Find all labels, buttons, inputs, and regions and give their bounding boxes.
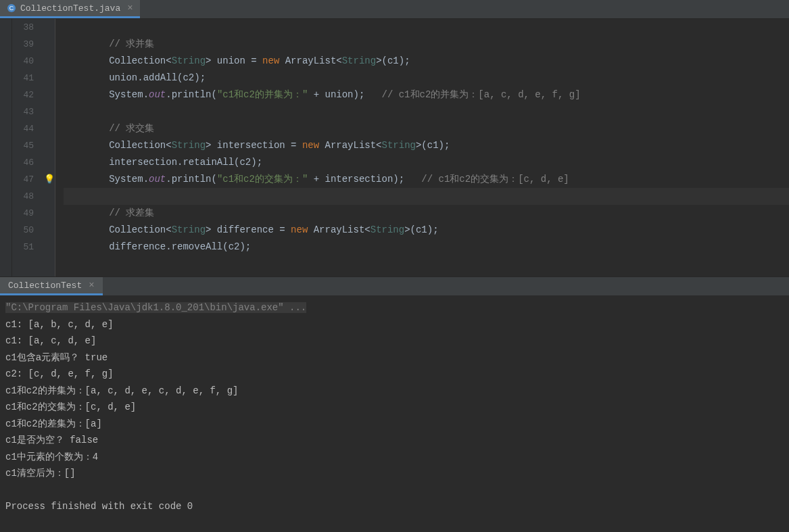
svg-text:C: C: [9, 5, 14, 11]
code-line[interactable]: [64, 103, 789, 120]
close-icon[interactable]: ×: [124, 3, 133, 14]
code-line[interactable]: intersection.retainAll(c2);: [64, 154, 789, 171]
code-line[interactable]: Collection<String> difference = new Arra…: [64, 222, 789, 239]
console-line: c1: [a, b, c, d, e]: [5, 316, 784, 333]
code-line[interactable]: [64, 188, 789, 205]
line-number: 46: [12, 154, 34, 171]
console-line: c1是否为空？ false: [5, 432, 784, 449]
line-number: 50: [12, 222, 34, 239]
lightbulb-icon[interactable]: 💡: [44, 174, 55, 185]
code-line[interactable]: // 求差集: [64, 205, 789, 222]
run-tab-label: CollectionTest: [8, 281, 82, 291]
editor-tab-collectiontest[interactable]: C CollectionTest.java ×: [0, 0, 140, 18]
line-number: 40: [12, 53, 34, 70]
code-line[interactable]: System.out.println("c1和c2的交集为：" + inters…: [64, 171, 789, 188]
code-line[interactable]: Collection<String> intersection = new Ar…: [64, 137, 789, 154]
editor-tab-label: CollectionTest.java: [20, 3, 120, 14]
code-line[interactable]: union.addAll(c2);: [64, 70, 789, 87]
line-number: 49: [12, 205, 34, 222]
console-command: "C:\Program Files\Java\jdk1.8.0_201\bin\…: [5, 302, 306, 313]
console-line: [5, 482, 784, 499]
line-number: 39: [12, 36, 34, 53]
line-number: 43: [12, 103, 34, 120]
code-line[interactable]: difference.removeAll(c2);: [64, 239, 789, 256]
line-number: 47: [12, 171, 34, 188]
code-line[interactable]: System.out.println("c1和c2的并集为：" + union)…: [64, 87, 789, 103]
code-content[interactable]: // 求并集 Collection<String> union = new Ar…: [55, 19, 789, 276]
run-tab-bar: CollectionTest ×: [0, 276, 789, 295]
console-line: c1清空后为：[]: [5, 465, 784, 482]
line-number: 48: [12, 188, 34, 205]
console-line: c1中元素的个数为：4: [5, 449, 784, 466]
close-icon[interactable]: ×: [86, 280, 94, 291]
console-line: c2: [c, d, e, f, g]: [5, 366, 784, 383]
line-number: 51: [12, 239, 34, 256]
console-line: c1和c2的并集为：[a, c, d, e, c, d, e, f, g]: [5, 383, 784, 400]
run-tab-collectiontest[interactable]: CollectionTest ×: [0, 277, 103, 295]
console-line: c1: [a, c, d, e]: [5, 333, 784, 349]
line-number: 42: [12, 87, 34, 103]
code-line[interactable]: [64, 19, 789, 36]
code-line[interactable]: // 求并集: [64, 36, 789, 53]
code-line[interactable]: Collection<String> union = new ArrayList…: [64, 53, 789, 70]
line-number: 44: [12, 120, 34, 137]
console-line: c1和c2的交集为：[c, d, e]: [5, 399, 784, 416]
line-number: 45: [12, 137, 34, 154]
console-line: c1和c2的差集为：[a]: [5, 416, 784, 433]
console-line: Process finished with exit code 0: [5, 498, 784, 515]
console-line: c1包含a元素吗？ true: [5, 349, 784, 366]
java-class-icon: C: [7, 3, 16, 13]
gutter-icons: 💡: [43, 19, 55, 276]
gutter-margin: [0, 19, 12, 276]
line-number: 38: [12, 19, 34, 36]
line-number: 41: [12, 70, 34, 87]
editor-tab-bar: C CollectionTest.java ×: [0, 0, 789, 19]
line-numbers-gutter: 3839404142434445464748495051: [12, 19, 43, 276]
code-line[interactable]: // 求交集: [64, 120, 789, 137]
editor-area[interactable]: 3839404142434445464748495051 💡 // 求并集 Co…: [0, 19, 789, 276]
console-output[interactable]: "C:\Program Files\Java\jdk1.8.0_201\bin\…: [0, 295, 789, 532]
